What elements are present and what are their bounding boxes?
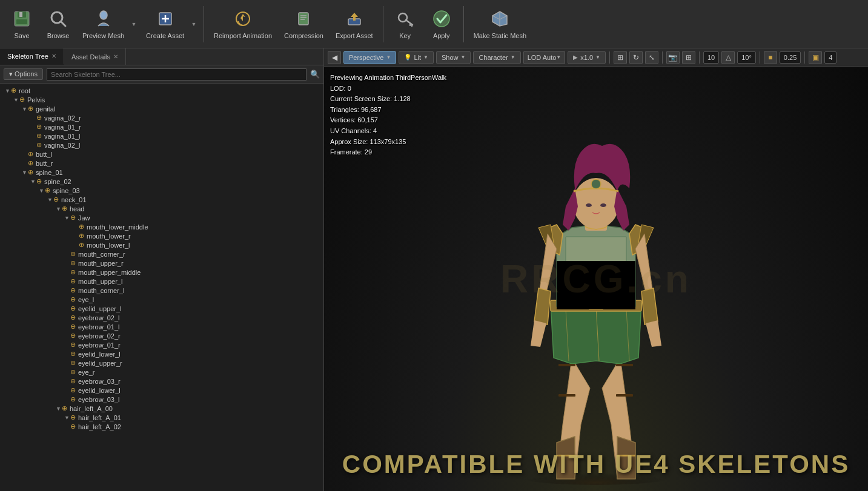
tree-item[interactable]: ⊕eyebrow_03_r [0, 377, 323, 386]
scale-box[interactable]: 0.25 [780, 51, 801, 64]
screen-size-info: Current Screen Size: 1.128 [330, 94, 446, 105]
tree-item[interactable]: ⊕mouth_upper_middle [0, 268, 323, 277]
tree-item[interactable]: ⊕hair_left_A_02 [0, 422, 323, 431]
viewport-area[interactable]: Previewing Animation ThirdPersonWalk LOD… [324, 67, 868, 491]
create-asset-dropdown[interactable]: ▼ [189, 4, 199, 45]
lod-auto-button[interactable]: LOD Auto ▼ [523, 51, 566, 64]
tree-item[interactable]: ▼⊕root [0, 86, 323, 95]
tree-expand-arrow[interactable]: ▼ [30, 179, 36, 185]
grid-icon-btn[interactable]: ⊞ [682, 51, 695, 64]
tree-expand-arrow[interactable]: ▼ [39, 188, 45, 194]
tree-item[interactable]: ▼⊕hair_left_A_01 [0, 413, 323, 422]
tree-expand-arrow[interactable]: ▼ [5, 88, 11, 94]
reimport-animation-button[interactable]: Reimport Animation [209, 4, 277, 45]
tree-item[interactable]: ⊕eyelid_lower_l [0, 386, 323, 395]
tree-item[interactable]: ▼⊕Pelvis [0, 95, 323, 104]
tree-item[interactable]: ⊕mouth_lower_l [0, 240, 323, 249]
separator-1 [204, 6, 204, 42]
save-icon [11, 8, 33, 30]
tree-item[interactable]: ⊕eyebrow_01_r [0, 340, 323, 349]
save-button[interactable]: Save [5, 4, 39, 45]
camera-icon-btn[interactable]: 📷 [666, 51, 680, 64]
key-button[interactable]: Key [388, 4, 422, 45]
bone-name: genital [36, 105, 55, 113]
tree-expand-arrow[interactable]: ▼ [22, 106, 28, 112]
tree-item[interactable]: ▼⊕hair_left_A_00 [0, 404, 323, 413]
tree-item[interactable]: ⊕mouth_upper_l [0, 277, 323, 286]
collapse-viewport-button[interactable]: ◀ [328, 51, 341, 64]
tree-item[interactable]: ⊕eyebrow_01_l [0, 322, 323, 331]
tree-item[interactable]: ▼⊕neck_01 [0, 195, 323, 204]
tree-expand-arrow[interactable]: ▼ [64, 215, 70, 221]
skeleton-tree[interactable]: ▼⊕root▼⊕Pelvis▼⊕genital⊕vagina_02_r⊕vagi… [0, 84, 323, 491]
tree-expand-arrow[interactable]: ▼ [22, 170, 28, 176]
tree-expand-arrow[interactable]: ▼ [47, 197, 53, 203]
character-button[interactable]: Character ▼ [473, 51, 520, 64]
make-static-mesh-button[interactable]: Make Static Mesh [469, 4, 531, 45]
tree-item[interactable]: ⊕eyebrow_02_r [0, 331, 323, 340]
tree-item[interactable]: ⊕mouth_corner_l [0, 286, 323, 295]
tree-item[interactable]: ⊕eye_l [0, 295, 323, 304]
preview-mesh-dropdown[interactable]: ▼ [129, 4, 139, 45]
tree-item[interactable]: ⊕butt_l [0, 150, 323, 159]
tree-expand-arrow[interactable]: ▼ [56, 406, 62, 412]
tree-item[interactable]: ⊕mouth_lower_r [0, 231, 323, 240]
preview-mesh-button[interactable]: Preview Mesh [78, 4, 129, 45]
bone-name: mouth_lower_r [87, 232, 131, 240]
tree-item[interactable]: ▼⊕spine_02 [0, 177, 323, 186]
create-asset-button[interactable]: Create Asset [141, 4, 189, 45]
grid-size-box[interactable]: 10 [703, 51, 719, 64]
tree-item[interactable]: ⊕eyelid_lower_l [0, 349, 323, 358]
rotate-icon-btn[interactable]: ↻ [629, 51, 643, 64]
tree-item[interactable]: ⊕eyebrow_02_l [0, 313, 323, 322]
svg-point-21 [505, 461, 687, 485]
tree-item[interactable]: ⊕vagina_02_l [0, 140, 323, 150]
bone-name: mouth_upper_r [78, 260, 124, 267]
apply-button[interactable]: Apply [425, 4, 459, 45]
tree-expand-arrow[interactable]: ▼ [56, 206, 62, 212]
lod-num-box[interactable]: 4 [824, 51, 837, 64]
vp-separator-5 [804, 51, 805, 64]
search-input[interactable] [47, 68, 306, 81]
tree-item[interactable]: ⊕eye_r [0, 367, 323, 377]
tree-item[interactable]: ▼⊕spine_03 [0, 186, 323, 195]
tree-item[interactable]: ⊕eyebrow_03_l [0, 395, 323, 404]
browse-button[interactable]: Browse [41, 4, 75, 45]
approx-size-info: Approx Size: 113x79x135 [330, 137, 446, 148]
tree-item[interactable]: ⊕mouth_lower_middle [0, 222, 323, 231]
show-button[interactable]: Show ▼ [436, 51, 471, 64]
compression-button[interactable]: Compression [279, 4, 328, 45]
perspective-button[interactable]: Perspective ▼ [343, 51, 396, 64]
tree-expand-arrow[interactable]: ▼ [64, 415, 70, 421]
tree-item[interactable]: ▼⊕spine_01 [0, 168, 323, 177]
tree-item[interactable]: ▼⊕Jaw [0, 213, 323, 222]
bone-icon: ⊕ [70, 323, 76, 331]
tree-item[interactable]: ⊕butt_r [0, 159, 323, 168]
angle-box[interactable]: 10° [737, 51, 756, 64]
scale-icon-btn[interactable]: ⤡ [645, 51, 658, 64]
translate-icon-btn[interactable]: ⊞ [614, 51, 627, 64]
lit-button[interactable]: 💡 Lit ▼ [399, 51, 434, 64]
vp-separator-3 [699, 51, 700, 64]
tab-asset-details-close[interactable]: ✕ [113, 53, 118, 60]
tree-item[interactable]: ⊕vagina_01_l [0, 131, 323, 140]
svg-rect-22 [557, 455, 575, 456]
tree-item[interactable]: ⊕eyelid_upper_r [0, 358, 323, 367]
tab-skeleton-tree[interactable]: Skeleton Tree ✕ [0, 48, 64, 65]
options-button[interactable]: ▾ Options [4, 68, 43, 80]
bone-icon: ⊕ [70, 214, 76, 222]
tree-item[interactable]: ⊕mouth_upper_r [0, 259, 323, 268]
speed-button[interactable]: ▶ x1.0 ▼ [568, 51, 606, 64]
export-asset-button[interactable]: Export Asset [331, 4, 378, 45]
tree-item[interactable]: ▼⊕genital [0, 104, 323, 113]
tab-skeleton-tree-close[interactable]: ✕ [51, 53, 56, 59]
tree-item[interactable]: ⊕mouth_corner_r [0, 249, 323, 259]
tree-item[interactable]: ⊕vagina_01_r [0, 122, 323, 131]
tab-asset-details[interactable]: Asset Details ✕ [64, 48, 126, 65]
tree-item[interactable]: ▼⊕head [0, 204, 323, 213]
bone-icon: ⊕ [70, 277, 76, 285]
tree-item[interactable]: ⊕eyelid_upper_l [0, 304, 323, 313]
tree-expand-arrow[interactable]: ▼ [13, 97, 19, 103]
tree-item[interactable]: ⊕vagina_02_r [0, 113, 323, 122]
bone-icon: ⊕ [70, 332, 76, 340]
